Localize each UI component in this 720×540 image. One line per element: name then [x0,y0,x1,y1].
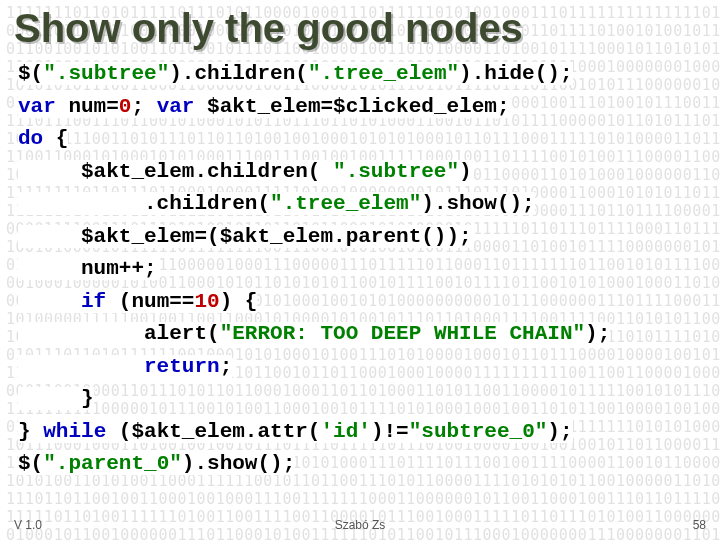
footer-page-number: 58 [693,518,706,532]
code-line: var num=0; var $akt_elem=$clicked_elem; [18,91,610,124]
code-line: .children(".tree_elem").show(); [18,188,610,221]
code-line: alert("ERROR: TOO DEEP WHILE CHAIN"); [18,318,610,351]
code-line: if (num==10) { [18,286,610,319]
code-line: } [18,383,610,416]
code-line: $(".subtree").children(".tree_elem").hid… [18,58,610,91]
code-line: $akt_elem=($akt_elem.parent()); [18,221,610,254]
code-line: num++; [18,253,610,286]
code-line: } while ($akt_elem.attr('id')!="subtree_… [18,416,610,449]
slide-title: Show only the good nodes [14,6,523,51]
code-line: return; [18,351,610,384]
code-block: $(".subtree").children(".tree_elem").hid… [18,58,610,481]
code-line: do { [18,123,610,156]
code-line: $(".parent_0").show(); [18,448,610,481]
code-line: $akt_elem.children( ".subtree") [18,156,610,189]
slide: 1111111011010111110111010110000100011101… [0,0,720,540]
footer-author: Szabó Zs [0,518,720,532]
